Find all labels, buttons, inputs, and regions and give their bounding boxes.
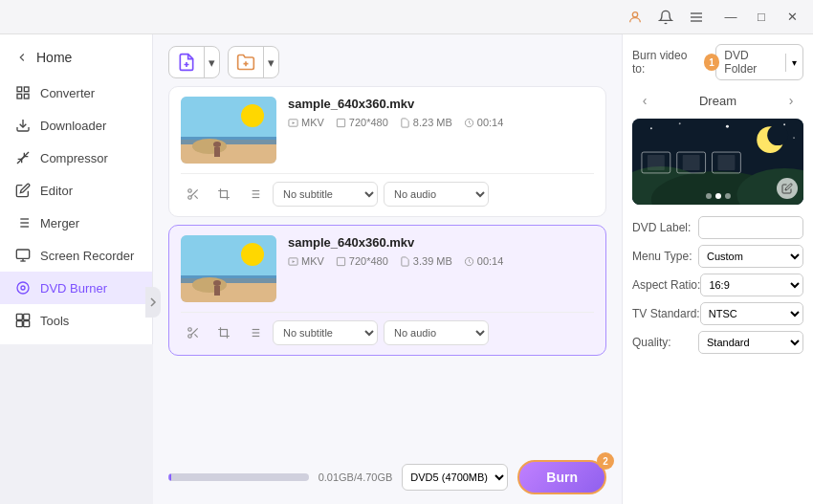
svg-rect-6	[24, 94, 29, 99]
svg-point-81	[793, 137, 795, 139]
file-thumbnail-1	[181, 97, 276, 164]
svg-point-83	[767, 124, 788, 145]
crop-button-2[interactable]	[211, 320, 236, 345]
add-folder-btn[interactable]: ▾	[228, 46, 279, 78]
crop-button-1[interactable]	[211, 182, 236, 207]
clock-icon	[464, 118, 474, 128]
svg-marker-61	[293, 260, 296, 263]
menu-icon[interactable]	[683, 7, 710, 28]
svg-rect-40	[337, 119, 344, 126]
svg-point-65	[188, 335, 192, 339]
svg-point-21	[21, 286, 25, 290]
aspect-ratio-select[interactable]: 16:9	[700, 274, 803, 296]
chevron-left-icon	[15, 51, 29, 64]
svg-rect-59	[214, 286, 220, 296]
theme-name: Dream	[699, 94, 736, 108]
file-size-icon	[400, 118, 410, 128]
downloader-icon	[15, 118, 31, 133]
sidebar-item-tools[interactable]: Tools	[0, 304, 152, 337]
svg-point-58	[213, 280, 221, 286]
scissors-icon	[187, 187, 200, 201]
svg-point-42	[188, 189, 192, 193]
toolbar: ▾ ▾	[153, 34, 622, 86]
cut-button-1[interactable]	[181, 182, 206, 207]
svg-point-77	[679, 122, 681, 124]
subtitle-select-1[interactable]: No subtitle	[273, 182, 378, 207]
beach-preview-1	[181, 97, 276, 164]
burn-to-dropdown-btn[interactable]: ▾	[785, 54, 802, 72]
sidebar-item-label: Compressor	[40, 151, 108, 165]
burn-to-value[interactable]: DVD Folder	[716, 45, 785, 79]
add-folder-main[interactable]	[229, 47, 263, 77]
file-name-2: sample_640x360.mkv	[288, 235, 594, 250]
resolution-icon	[336, 118, 346, 128]
svg-rect-23	[16, 314, 22, 319]
beach-preview-2	[181, 235, 276, 302]
sidebar-item-screen-recorder[interactable]: Screen Recorder	[0, 239, 152, 272]
dvd-label-row: DVD Label:	[632, 216, 803, 239]
svg-point-64	[188, 328, 192, 332]
file-card-1[interactable]: sample_640x360.mkv MKV 720*480	[168, 86, 606, 217]
file-card-top-2: sample_640x360.mkv MKV 720*480	[181, 235, 594, 302]
minimize-button[interactable]: —	[717, 7, 744, 28]
tv-standard-row: TV Standard: NTSC	[632, 302, 803, 325]
theme-dot-1	[706, 193, 712, 199]
sidebar-item-compressor[interactable]: Compressor	[0, 142, 152, 174]
sidebar-item-label: Converter	[40, 86, 95, 100]
svg-line-10	[17, 157, 24, 164]
sidebar-item-downloader[interactable]: Downloader	[0, 109, 152, 142]
theme-edit-button[interactable]	[777, 178, 798, 199]
sidebar-item-merger[interactable]: Merger	[0, 207, 152, 239]
theme-next-button[interactable]: ›	[780, 90, 802, 111]
sidebar-item-converter[interactable]: Converter	[0, 77, 152, 109]
cut-button-2[interactable]	[181, 320, 206, 345]
svg-point-55	[241, 243, 264, 266]
list-button-1[interactable]	[242, 182, 267, 207]
file-card-2[interactable]: sample_640x360.mkv MKV 720*480	[168, 225, 606, 356]
svg-rect-26	[24, 321, 30, 327]
sidebar-item-dvd-burner[interactable]: DVD Burner	[0, 272, 152, 304]
subtitle-select-2[interactable]: No subtitle	[273, 320, 378, 345]
disc-select[interactable]: DVD5 (4700MB)	[402, 464, 508, 491]
svg-point-57	[192, 277, 227, 293]
sidebar-item-label: Editor	[40, 184, 73, 198]
svg-line-67	[194, 334, 197, 337]
tv-standard-select[interactable]: NTSC	[700, 302, 803, 325]
menu-type-row: Menu Type: Custom	[632, 245, 803, 268]
video-icon	[288, 118, 298, 128]
theme-prev-button[interactable]: ‹	[634, 90, 655, 111]
sidebar-item-label: DVD Burner	[40, 281, 107, 296]
sidebar-item-editor[interactable]: Editor	[0, 174, 152, 207]
file-name-1: sample_640x360.mkv	[288, 97, 594, 111]
app-body: Home Converter Downloader	[0, 34, 813, 504]
list-button-2[interactable]	[242, 320, 267, 345]
sidebar-toggle[interactable]	[145, 287, 161, 318]
svg-point-35	[192, 139, 227, 154]
close-button[interactable]: ✕	[779, 7, 805, 28]
audio-select-2[interactable]: No audio	[384, 320, 489, 345]
maximize-button[interactable]: □	[748, 7, 775, 28]
file-format-2: MKV	[288, 255, 324, 267]
add-file-btn[interactable]: ▾	[168, 46, 220, 78]
quality-row: Quality: Standard	[632, 331, 803, 354]
burn-button[interactable]: Burn	[517, 460, 606, 494]
audio-select-1[interactable]: No audio	[384, 182, 489, 207]
burn-btn-wrap: Burn 2	[517, 460, 606, 494]
svg-line-45	[194, 195, 197, 198]
sidebar-home[interactable]: Home	[0, 42, 152, 77]
theme-dots	[706, 193, 731, 199]
add-file-dropdown[interactable]: ▾	[204, 47, 219, 77]
svg-rect-90	[683, 155, 700, 170]
menu-type-select[interactable]: Custom	[698, 245, 803, 268]
add-folder-dropdown[interactable]: ▾	[263, 47, 278, 77]
add-file-main[interactable]	[169, 47, 204, 77]
svg-point-0	[632, 11, 637, 16]
file-list: sample_640x360.mkv MKV 720*480	[153, 86, 622, 450]
file-duration-1: 00:14	[464, 117, 504, 128]
sidebar-item-label: Downloader	[40, 119, 106, 133]
svg-rect-88	[648, 155, 665, 170]
bell-icon[interactable]	[652, 7, 679, 28]
face-icon[interactable]	[622, 7, 648, 28]
quality-select[interactable]: Standard	[698, 331, 803, 354]
dvd-label-input[interactable]	[698, 216, 803, 239]
